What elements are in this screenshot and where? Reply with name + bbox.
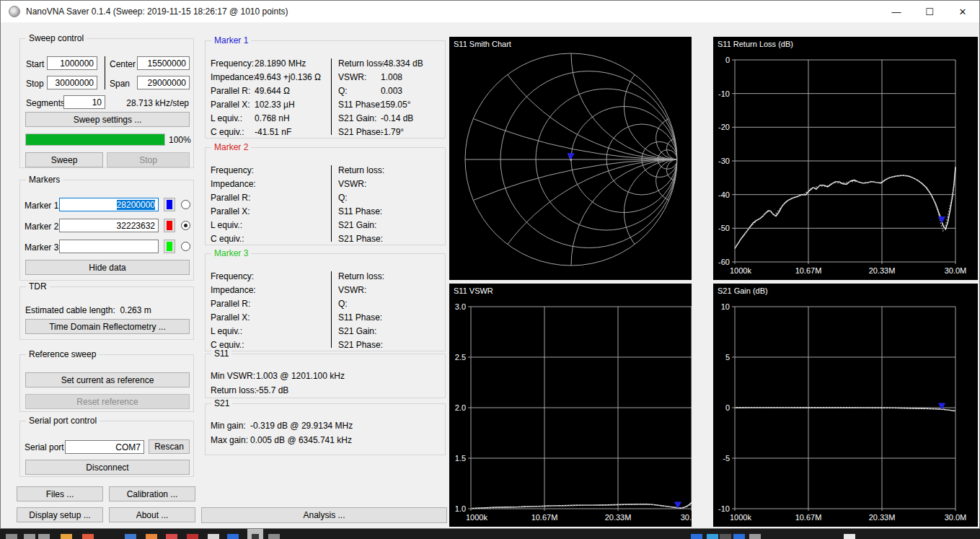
marker-2-color-button[interactable]: [164, 219, 175, 232]
marker-2-radio[interactable]: [181, 221, 190, 230]
taskbar-icon[interactable]: [733, 534, 745, 539]
s11-vswr-chart[interactable]: S11 VSWR 1000k10.67M20.33M30.0M3.02.52.0…: [449, 284, 692, 527]
field-label: C equiv.:: [211, 232, 255, 246]
taskbar-active-app-tile[interactable]: [247, 529, 263, 539]
taskbar-icon[interactable]: [61, 534, 72, 539]
field-value: 49.644 Ω: [255, 86, 290, 96]
field-value: 102.33 µH: [255, 100, 295, 110]
field-label: Parallel X:: [211, 311, 255, 325]
set-reference-button[interactable]: Set current as reference: [25, 372, 190, 387]
markers-title: Markers: [26, 175, 63, 185]
field-label: Q:: [338, 191, 381, 205]
field-label: Impedance:: [211, 178, 255, 191]
taskbar-icon[interactable]: [749, 534, 761, 539]
sweep-button[interactable]: Sweep: [25, 152, 103, 167]
svg-text:30.0M: 30.0M: [945, 513, 967, 522]
segments-input[interactable]: 10: [63, 95, 105, 109]
reset-reference-button[interactable]: Reset reference: [25, 394, 190, 409]
marker-2-input[interactable]: 32223632: [59, 219, 159, 232]
field-label: S21 Gain:: [338, 325, 381, 338]
close-button[interactable]: ✕: [946, 1, 979, 22]
field-label: Return loss:: [211, 383, 256, 398]
marker-3-radio[interactable]: [181, 242, 190, 251]
center-input[interactable]: 15500000: [137, 56, 190, 70]
taskbar-icon[interactable]: [208, 534, 219, 539]
svg-text:2.0: 2.0: [455, 403, 466, 412]
field-value: -48.334 dB: [381, 58, 423, 69]
marker-3-input[interactable]: [59, 240, 159, 253]
taskbar-icon[interactable]: [268, 534, 280, 539]
hide-data-button[interactable]: Hide data: [25, 260, 190, 275]
svg-text:1000k: 1000k: [730, 513, 751, 522]
maximize-button[interactable]: ☐: [913, 1, 946, 22]
taskbar-icon[interactable]: [82, 534, 94, 539]
taskbar-icon[interactable]: [707, 534, 718, 539]
field-label: S11 Phase:: [338, 98, 381, 112]
taskbar-icon[interactable]: [691, 534, 702, 539]
field-label: Parallel R:: [211, 84, 255, 98]
field-value: 0.003: [381, 86, 402, 96]
taskbar[interactable]: [0, 529, 980, 539]
marker-2-label: Marker 2: [25, 222, 58, 232]
taskbar-icon[interactable]: [844, 534, 855, 539]
s11-smith-chart[interactable]: S11 Smith Chart: [449, 37, 692, 280]
svg-text:-50: -50: [718, 224, 730, 232]
sweep-settings-button[interactable]: Sweep settings ...: [25, 112, 190, 127]
disconnect-button[interactable]: Disconnect: [25, 460, 190, 475]
reference-sweep-title: Reference sweep: [26, 349, 99, 359]
cable-length-row: Estimated cable length: 0.263 m: [25, 305, 151, 315]
svg-text:10.67M: 10.67M: [795, 513, 822, 522]
display-setup-button[interactable]: Display setup ...: [17, 507, 103, 522]
taskbar-icon[interactable]: [227, 534, 239, 539]
field-label: S21 Phase:: [338, 232, 381, 246]
s11-return-loss-chart[interactable]: S11 Return Loss (dB) 1000k10.67M20.33M30…: [713, 37, 978, 280]
tdr-button[interactable]: Time Domain Reflectometry ...: [25, 319, 190, 334]
taskbar-icon[interactable]: [187, 534, 198, 539]
start-input[interactable]: 1000000: [47, 56, 97, 70]
taskbar-icon[interactable]: [720, 534, 731, 539]
marker-1-radio[interactable]: [181, 200, 190, 209]
chart-title: S11 VSWR: [454, 286, 493, 295]
stop-label: Stop: [26, 79, 44, 89]
taskbar-icon[interactable]: [166, 534, 177, 539]
field-label: S21 Gain:: [338, 112, 381, 126]
taskbar-icon[interactable]: [6, 534, 17, 539]
minimize-button[interactable]: —: [880, 1, 913, 22]
center-label: Center: [110, 59, 136, 69]
serial-port-input[interactable]: COM7: [65, 440, 144, 454]
files-button[interactable]: Files ...: [17, 486, 103, 501]
svg-text:20.33M: 20.33M: [869, 266, 896, 275]
divider: [105, 56, 105, 89]
taskbar-icon[interactable]: [125, 534, 136, 539]
taskbar-active-app-icon: [252, 534, 259, 539]
calibration-button[interactable]: Calibration ...: [109, 486, 195, 501]
field-value: 159.05°: [381, 100, 411, 110]
taskbar-icon[interactable]: [38, 534, 50, 539]
marker-3-color-button[interactable]: [164, 240, 175, 253]
stop-value: 30000000: [56, 78, 94, 88]
marker-1-color-button[interactable]: [164, 198, 175, 211]
field-label: Return loss:: [338, 164, 381, 178]
segments-label: Segments: [26, 98, 65, 108]
svg-text:2.5: 2.5: [455, 353, 466, 361]
field-label: Q:: [338, 297, 381, 311]
analysis-button[interactable]: Analysis ...: [201, 507, 447, 523]
stop-button[interactable]: Stop: [107, 152, 190, 167]
marker-3-info-title: Marker 3: [211, 248, 251, 258]
field-value: -41.51 nF: [255, 127, 291, 137]
field-label: S11 Phase:: [338, 311, 381, 325]
about-button[interactable]: About ...: [109, 507, 195, 522]
stop-input[interactable]: 30000000: [47, 76, 97, 89]
rescan-button[interactable]: Rescan: [149, 439, 190, 454]
field-label: Impedance:: [211, 71, 255, 84]
taskbar-icon[interactable]: [24, 534, 35, 539]
span-input[interactable]: 29000000: [137, 76, 190, 89]
s21-gain-chart[interactable]: S21 Gain (dB) 1000k10.67M20.33M30.0M1050…: [713, 284, 978, 527]
progress-fill: [26, 134, 164, 145]
marker-1-input[interactable]: 28200000: [59, 198, 159, 211]
marker-3-info-panel: Marker 3 Frequency: Impedance: Parallel …: [205, 253, 446, 351]
taskbar-icon[interactable]: [146, 534, 157, 539]
svg-text:0: 0: [725, 403, 730, 412]
field-label: VSWR:: [338, 71, 381, 84]
svg-text:10.67M: 10.67M: [531, 513, 558, 522]
